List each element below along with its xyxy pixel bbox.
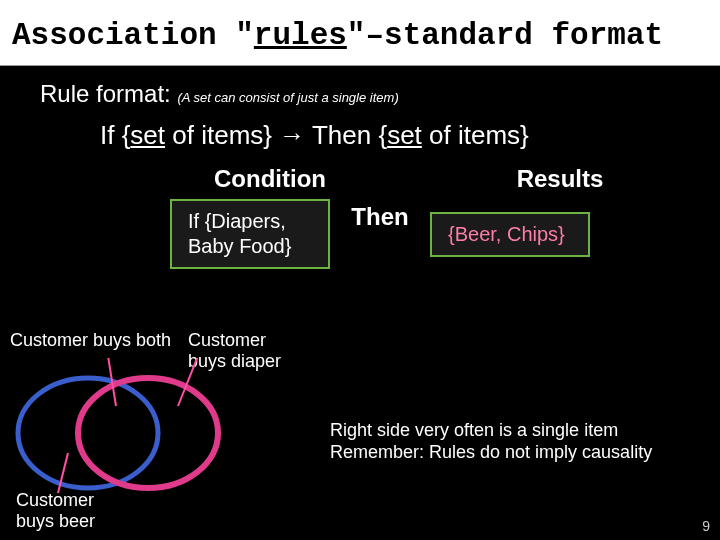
arrow-icon: → (279, 120, 305, 150)
title-pre: Association " (12, 18, 254, 53)
rule-if: If { (100, 120, 130, 150)
venn-svg (8, 358, 248, 498)
venn-right-circle (78, 378, 218, 488)
example-row: If {Diapers, Baby Food} Then {Beer, Chip… (170, 199, 690, 269)
rule-format-note: (A set can consist of just a single item… (177, 90, 398, 105)
condition-line2: Baby Food} (188, 234, 312, 259)
rule-mid2: of items} (422, 120, 529, 150)
title-post: "–standard format (347, 18, 663, 53)
condition-line1: If {Diapers, (188, 209, 312, 234)
footnote-line1: Right side very often is a single item (330, 420, 652, 442)
rule-set1: set (130, 120, 165, 150)
footnotes: Right side very often is a single item R… (330, 420, 652, 463)
rule-template-line: If {set of items} → Then {set of items} (100, 120, 720, 151)
results-box: {Beer, Chips} (430, 212, 590, 257)
venn-left-circle (18, 378, 158, 488)
venn-diagram-area: Customer buys both Customer buys diaper … (8, 330, 308, 530)
rule-mid1: of items} (165, 120, 279, 150)
rule-set2: set (387, 120, 422, 150)
rule-format-label: Rule format: (40, 80, 171, 107)
page-number: 9 (702, 518, 710, 534)
example-headers: Condition Results (170, 165, 670, 193)
condition-box: If {Diapers, Baby Food} (170, 199, 330, 269)
then-label: Then (330, 203, 430, 231)
header-condition: Condition (170, 165, 370, 193)
header-results: Results (460, 165, 660, 193)
venn-label-beer: Customer buys beer (16, 490, 95, 531)
venn-label-both: Customer buys both (10, 330, 171, 351)
slide-title: Association "rules"–standard format (0, 0, 720, 66)
footnote-line2: Remember: Rules do not imply causality (330, 442, 652, 464)
rule-then: Then { (305, 120, 387, 150)
title-underlined: rules (254, 18, 347, 53)
rule-format-line: Rule format: (A set can consist of just … (40, 80, 720, 108)
